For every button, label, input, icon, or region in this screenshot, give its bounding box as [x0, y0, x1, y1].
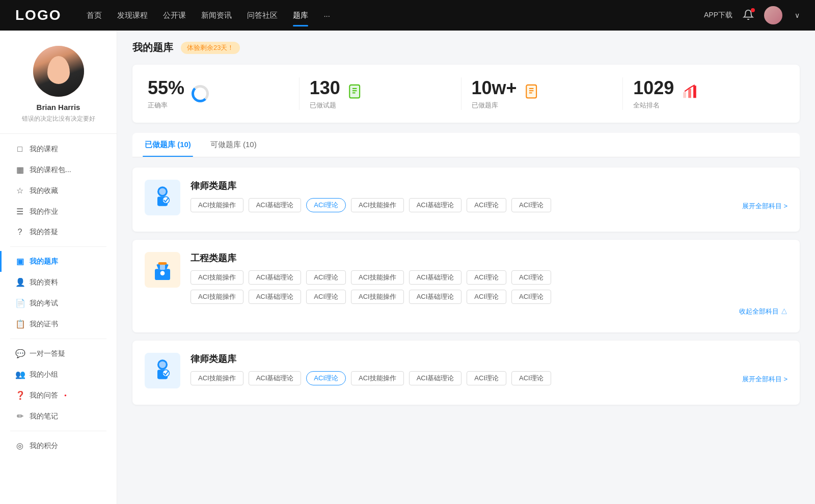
qbank-icon-lawyer-3 — [145, 353, 180, 388]
page-header: 我的题库 体验剩余23天！ — [132, 41, 800, 54]
tag[interactable]: ACI理论 — [511, 290, 551, 304]
tag[interactable]: ACI技能操作 — [191, 371, 243, 385]
tag[interactable]: ACI技能操作 — [351, 270, 404, 285]
tag[interactable]: ACI理论 — [467, 270, 506, 285]
tags-row-1: ACI技能操作 ACI基础理论 ACI理论 ACI技能操作 ACI基础理论 AC… — [191, 198, 787, 212]
notification-bell[interactable] — [743, 9, 754, 22]
sidebar-item-label: 我的小组 — [30, 370, 58, 379]
sidebar-item-groups[interactable]: 👥 我的小组 — [0, 364, 117, 385]
nav-more[interactable]: ··· — [323, 9, 330, 22]
tab-done[interactable]: 已做题库 (10) — [143, 133, 193, 157]
tab-available[interactable]: 可做题库 (10) — [208, 133, 259, 157]
tag[interactable]: ACI理论 — [511, 198, 551, 212]
sidebar-item-qbank[interactable]: ▣ 我的题库 — [0, 251, 117, 272]
qbank-body-1: 律师类题库 ACI技能操作 ACI基础理论 ACI理论 ACI技能操作 ACI基… — [191, 180, 787, 212]
tag[interactable]: ACI基础理论 — [409, 371, 462, 385]
tag[interactable]: ACI技能操作 — [351, 198, 404, 212]
nav-news[interactable]: 新闻资讯 — [201, 9, 232, 22]
nav-qa[interactable]: 问答社区 — [247, 9, 278, 22]
tag[interactable]: ACI基础理论 — [249, 198, 302, 212]
tag[interactable]: ACI理论 — [467, 198, 506, 212]
tag-selected[interactable]: ACI理论 — [306, 198, 346, 212]
tags-row-2a: ACI技能操作 ACI基础理论 ACI理论 ACI技能操作 ACI基础理论 AC… — [191, 270, 787, 285]
tag[interactable]: ACI理论 — [306, 290, 346, 304]
sidebar-item-tutor[interactable]: 💬 一对一答疑 — [0, 343, 117, 364]
sidebar-item-exams[interactable]: 📄 我的考试 — [0, 293, 117, 314]
tag[interactable]: ACI技能操作 — [351, 290, 404, 304]
tag[interactable]: ACI理论 — [306, 270, 346, 285]
tutor-icon: 💬 — [15, 349, 24, 358]
tag[interactable]: ACI理论 — [511, 371, 551, 385]
user-menu-chevron[interactable]: ∨ — [795, 11, 800, 19]
tag[interactable]: ACI理论 — [511, 270, 551, 285]
myqa-icon: ❓ — [15, 390, 24, 400]
avatar-image-sidebar — [33, 46, 84, 97]
sidebar-item-course-pkg[interactable]: ▦ 我的课程包... — [0, 159, 117, 180]
tag[interactable]: ACI理论 — [467, 290, 506, 304]
stat-label: 已做试题 — [310, 101, 340, 110]
nav-opencourse[interactable]: 公开课 — [163, 9, 186, 22]
sidebar-item-label: 我的考试 — [30, 299, 58, 308]
tag[interactable]: ACI基础理论 — [249, 371, 302, 385]
user-avatar[interactable] — [764, 6, 782, 24]
svg-rect-9 — [689, 88, 692, 97]
tag[interactable]: ACI基础理论 — [249, 270, 302, 285]
stat-done-questions: 130 已做试题 — [300, 77, 461, 110]
nav-discover[interactable]: 发现课程 — [117, 9, 148, 22]
stat-number: 10w+ — [472, 77, 517, 99]
stat-rank-content: 1029 全站排名 — [633, 77, 674, 110]
sidebar-item-cert[interactable]: 📋 我的证书 — [0, 314, 117, 334]
collapse-link-2[interactable]: 收起全部科目 △ — [191, 307, 787, 316]
svg-point-18 — [160, 271, 165, 276]
sidebar-item-label: 我的课程 — [30, 145, 58, 154]
sidebar-item-points[interactable]: ◎ 我的积分 — [0, 435, 117, 456]
courses-icon: □ — [15, 145, 24, 154]
nav-home[interactable]: 首页 — [87, 9, 102, 22]
sidebar-item-profile[interactable]: 👤 我的资料 — [0, 272, 117, 293]
sidebar: Brian Harris 错误的决定比没有决定要好 □ 我的课程 ▦ 我的课程包… — [0, 31, 117, 504]
trial-badge: 体验剩余23天！ — [181, 42, 240, 54]
svg-rect-4 — [526, 85, 536, 98]
sidebar-item-questions[interactable]: ? 我的答疑 — [0, 222, 117, 242]
svg-rect-17 — [158, 262, 167, 265]
tag[interactable]: ACI技能操作 — [191, 198, 243, 212]
sidebar-item-label: 我的笔记 — [30, 412, 58, 421]
notes-icon: ✏ — [15, 411, 24, 421]
sidebar-divider-3 — [10, 431, 106, 431]
profile-section: Brian Harris 错误的决定比没有决定要好 — [0, 46, 117, 134]
stat-accuracy-content: 55% 正确率 — [148, 77, 184, 110]
main-content: 我的题库 体验剩余23天！ 55% 正确率 130 已做试题 — [117, 31, 815, 504]
nav-qbank[interactable]: 题库 — [293, 9, 308, 22]
tag[interactable]: ACI基础理论 — [409, 270, 462, 285]
tag[interactable]: ACI基础理论 — [249, 290, 302, 304]
tag[interactable]: ACI技能操作 — [351, 371, 404, 385]
sidebar-item-homework[interactable]: ☰ 我的作业 — [0, 201, 117, 222]
avatar-image — [764, 6, 782, 24]
expand-link-3[interactable]: 展开全部科目 > — [742, 373, 787, 384]
tag-selected[interactable]: ACI理论 — [306, 371, 346, 385]
exams-icon: 📄 — [15, 298, 24, 308]
cert-icon: 📋 — [15, 319, 24, 329]
tag[interactable]: ACI基础理论 — [409, 290, 462, 304]
sidebar-divider-2 — [10, 339, 106, 339]
expand-link-1[interactable]: 展开全部科目 > — [742, 200, 787, 211]
sidebar-item-notes[interactable]: ✏ 我的笔记 — [0, 406, 117, 427]
stat-label: 已做题库 — [472, 101, 517, 110]
sidebar-item-favorites[interactable]: ☆ 我的收藏 — [0, 180, 117, 201]
sidebar-item-label: 我的答疑 — [30, 228, 58, 237]
tag[interactable]: ACI理论 — [467, 371, 506, 385]
engineer-icon — [150, 257, 175, 283]
app-download-link[interactable]: APP下载 — [704, 11, 732, 20]
page-layout: Brian Harris 错误的决定比没有决定要好 □ 我的课程 ▦ 我的课程包… — [0, 31, 815, 504]
qbank-name-3: 律师类题库 — [191, 353, 787, 365]
stat-accuracy: 55% 正确率 — [148, 77, 300, 110]
course-pkg-icon: ▦ — [15, 165, 24, 175]
tag[interactable]: ACI技能操作 — [191, 290, 243, 304]
sidebar-item-courses[interactable]: □ 我的课程 — [0, 139, 117, 159]
tag[interactable]: ACI基础理论 — [409, 198, 462, 212]
stat-done-banks: 10w+ 已做题库 — [461, 77, 623, 110]
sidebar-item-label: 我的题库 — [30, 257, 58, 266]
stat-number: 130 — [310, 77, 340, 99]
sidebar-item-myqa[interactable]: ❓ 我的问答 ● — [0, 385, 117, 406]
tag[interactable]: ACI技能操作 — [191, 270, 243, 285]
